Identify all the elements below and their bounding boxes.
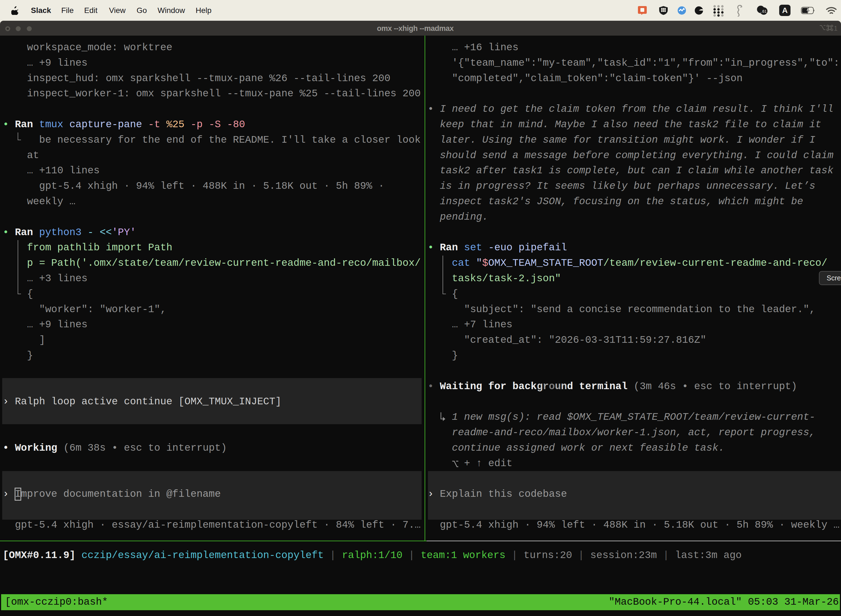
svg-text:..61: ..61 <box>760 9 767 13</box>
svg-text:1: 1 <box>834 25 837 31</box>
